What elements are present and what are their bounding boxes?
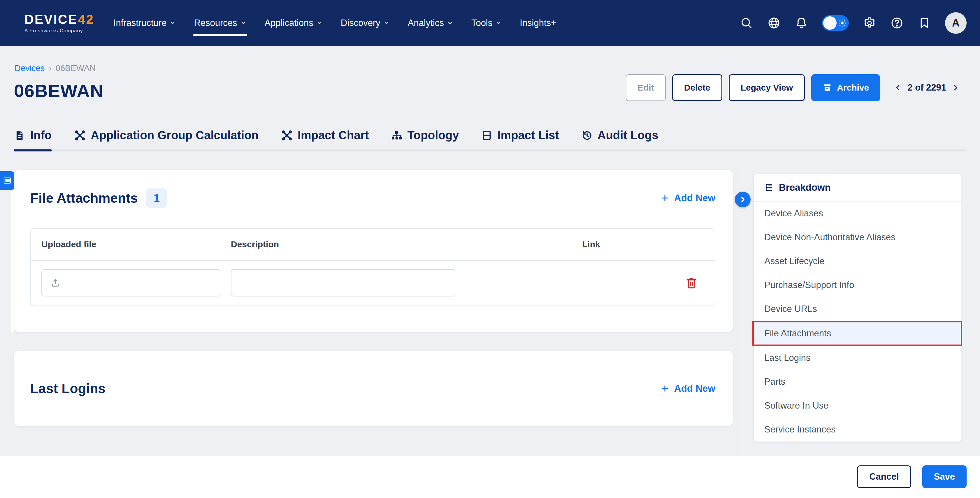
top-navbar: DEVICE42 A Freshworks Company Infrastruc… [0, 0, 980, 46]
delete-row-button[interactable] [684, 276, 698, 290]
table-header-row: Uploaded file Description Link [31, 228, 715, 261]
logo-subtitle: A Freshworks Company [24, 28, 94, 34]
sidebar-item-device-non-authoritative-aliases[interactable]: Device Non-Authoritative Aliases [754, 225, 961, 249]
chevron-down-icon [316, 20, 323, 26]
sun-icon [838, 19, 846, 27]
device42-logo[interactable]: DEVICE42 A Freshworks Company [24, 12, 94, 34]
tab-topology[interactable]: Topology [391, 129, 459, 149]
tab-info[interactable]: Info [14, 129, 52, 149]
header-description: Description [231, 239, 582, 249]
plus-icon [660, 193, 670, 203]
sidebar-item-service-instances[interactable]: Service Instances [754, 418, 961, 441]
file-attachments-table: Uploaded file Description Link [30, 228, 715, 306]
nav-item-analytics[interactable]: Analytics [408, 0, 453, 46]
prev-device-icon[interactable] [894, 84, 902, 92]
tab-impact-list[interactable]: Impact List [481, 129, 559, 149]
breadcrumb-current: 06BEWAN [56, 63, 96, 73]
upload-file-input[interactable] [41, 269, 220, 297]
breadcrumb-separator: › [49, 63, 52, 73]
topology-icon [391, 130, 402, 141]
edit-button[interactable]: Edit [626, 74, 666, 101]
nav-item-infrastructure[interactable]: Infrastructure [113, 0, 176, 46]
upload-icon [50, 278, 60, 288]
sidebar-item-asset-lifecycle[interactable]: Asset Lifecycle [754, 249, 961, 273]
nav-item-tools[interactable]: Tools [471, 0, 502, 46]
chevron-down-icon [169, 20, 176, 26]
tab-application-group-calculation[interactable]: Application Group Calculation [74, 129, 259, 149]
chevron-down-icon [240, 20, 247, 26]
table-row [31, 261, 715, 305]
breadcrumb: Devices › 06BEWAN [14, 63, 95, 73]
nav-item-discovery[interactable]: Discovery [341, 0, 390, 46]
chevron-right-icon [738, 195, 747, 204]
bell-icon[interactable] [795, 16, 808, 30]
legacy-view-button[interactable]: Legacy View [729, 74, 805, 101]
chevron-down-icon [447, 20, 453, 26]
archive-icon [822, 83, 832, 93]
tab-audit-logs[interactable]: Audit Logs [581, 129, 659, 149]
nav-item-resources[interactable]: Resources [194, 0, 246, 46]
description-input[interactable] [231, 269, 455, 297]
nav-item-insights[interactable]: Insights+ [520, 0, 556, 46]
user-avatar[interactable]: A [945, 12, 967, 34]
logo-brand-accent: 42 [78, 12, 94, 27]
left-panel-strip [11, 189, 14, 332]
header-link: Link [582, 239, 715, 249]
header-uploaded-file: Uploaded file [31, 239, 231, 249]
breakdown-header: Breakdown [754, 174, 961, 201]
device-pagination: 2 of 2291 [894, 82, 959, 93]
section-list-tab[interactable] [0, 171, 14, 190]
file-attachments-count-badge: 1 [146, 189, 167, 208]
nav-item-applications[interactable]: Applications [265, 0, 323, 46]
search-icon[interactable] [740, 16, 753, 30]
sidebar-item-purchase-support-info[interactable]: Purchase/Support Info [754, 273, 961, 297]
impact-chart-icon [281, 129, 293, 141]
breakdown-panel: Breakdown Device Aliases Device Non-Auth… [753, 174, 961, 442]
main-nav: Infrastructure Resources Applications Di… [113, 0, 556, 46]
file-attachments-section: File Attachments 1 Add New Uploaded file… [14, 170, 733, 332]
tab-impact-chart[interactable]: Impact Chart [281, 129, 369, 149]
breakdown-tree-icon [764, 182, 774, 193]
sidebar-item-file-attachments[interactable]: File Attachments [752, 321, 962, 346]
sidebar-item-software-in-use[interactable]: Software In Use [754, 394, 961, 418]
last-logins-add-new-button[interactable]: Add New [660, 383, 715, 394]
toggle-knob [823, 16, 837, 30]
archive-button[interactable]: Archive [811, 74, 880, 101]
plus-icon [660, 384, 670, 393]
breadcrumb-devices-link[interactable]: Devices [14, 63, 45, 73]
pagination-position: 2 of 2291 [907, 82, 946, 93]
file-attachments-title: File Attachments [30, 190, 138, 206]
help-icon[interactable] [890, 16, 904, 30]
file-attachments-add-new-button[interactable]: Add New [660, 192, 715, 203]
impact-list-icon [481, 130, 493, 141]
page-title: 06BEWAN [14, 80, 103, 101]
last-logins-section: Last Logins Add New [14, 351, 733, 426]
bookmark-icon[interactable] [918, 16, 931, 30]
cancel-button[interactable]: Cancel [857, 465, 911, 488]
footer-action-bar: Cancel Save [0, 455, 980, 498]
logo-brand: DEVICE [24, 12, 78, 27]
list-panel-icon [3, 176, 12, 185]
sidebar-item-parts[interactable]: Parts [754, 370, 961, 394]
globe-icon[interactable] [767, 16, 781, 30]
sidebar-item-device-aliases[interactable]: Device Aliases [754, 201, 961, 225]
gear-icon[interactable] [863, 16, 876, 30]
trash-icon [684, 276, 698, 290]
chevron-down-icon [495, 20, 502, 26]
device-tabs: Info Application Group Calculation Impac… [14, 129, 966, 151]
save-button[interactable]: Save [922, 465, 967, 488]
document-icon [14, 130, 25, 141]
sidebar-item-last-logins[interactable]: Last Logins [754, 346, 961, 370]
sidebar-collapse-button[interactable] [735, 192, 751, 207]
chevron-down-icon [383, 20, 390, 26]
navbar-utilities: A [740, 12, 967, 34]
last-logins-title: Last Logins [30, 381, 105, 396]
app-group-icon [74, 129, 86, 141]
sidebar-item-device-urls[interactable]: Device URLs [754, 297, 961, 321]
next-device-icon[interactable] [951, 84, 959, 92]
delete-button[interactable]: Delete [672, 74, 722, 101]
theme-toggle[interactable] [822, 15, 849, 31]
device-actions: Edit Delete Legacy View Archive 2 of 229… [626, 74, 959, 101]
audit-logs-icon [581, 130, 593, 141]
